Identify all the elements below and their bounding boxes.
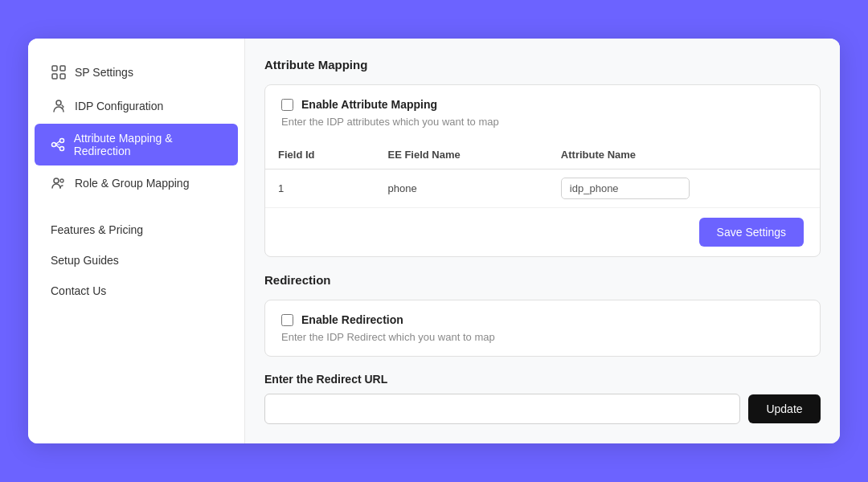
attribute-mapping-table: Field Id EE Field Name Attribute Name 1 … xyxy=(265,141,820,208)
table-cell-field-id: 1 xyxy=(265,170,375,208)
sidebar: SP Settings IDP Configuration xyxy=(28,39,245,443)
svg-point-7 xyxy=(60,147,64,151)
table-header-attribute-name: Attribute Name xyxy=(548,141,820,170)
svg-rect-1 xyxy=(60,66,65,71)
sidebar-item-attribute-mapping[interactable]: Attribute Mapping & Redirection xyxy=(35,124,238,165)
redirection-section-title: Redirection xyxy=(264,273,821,287)
attribute-mapping-card: Enable Attribute Mapping Enter the IDP a… xyxy=(264,84,821,257)
svg-rect-2 xyxy=(52,74,57,79)
table-header-field-id: Field Id xyxy=(265,141,375,170)
svg-point-4 xyxy=(56,100,61,105)
table-cell-ee-field-name: phone xyxy=(375,170,547,208)
sidebar-item-contact-us[interactable]: Contact Us xyxy=(35,276,238,305)
svg-point-6 xyxy=(60,139,64,143)
redirect-url-input[interactable] xyxy=(264,394,740,424)
enable-attribute-mapping-label: Enable Attribute Mapping xyxy=(301,98,437,111)
sidebar-item-idp-configuration-label: IDP Configuration xyxy=(75,100,163,112)
idp-icon xyxy=(51,98,67,114)
svg-point-8 xyxy=(54,178,59,183)
svg-rect-3 xyxy=(60,74,65,79)
role-icon xyxy=(51,175,67,191)
enable-redirection-label: Enable Redirection xyxy=(301,313,403,326)
svg-rect-0 xyxy=(52,66,57,71)
sidebar-item-setup-guides[interactable]: Setup Guides xyxy=(35,246,238,275)
sidebar-item-sp-settings-label: SP Settings xyxy=(75,66,133,79)
table-cell-attribute-name xyxy=(548,170,820,208)
update-button[interactable]: Update xyxy=(748,394,821,423)
svg-point-9 xyxy=(60,179,63,182)
enable-attribute-mapping-desc: Enter the IDP attributes which you want … xyxy=(281,116,804,128)
save-settings-row: Save Settings xyxy=(265,208,820,256)
enable-attribute-mapping-checkbox[interactable] xyxy=(281,99,293,111)
enable-attribute-mapping-row: Enable Attribute Mapping xyxy=(281,98,804,111)
attribute-name-input[interactable] xyxy=(561,178,690,199)
enable-redirection-checkbox[interactable] xyxy=(281,314,293,326)
table-header-ee-field-name: EE Field Name xyxy=(375,141,547,170)
table-row: 1 phone xyxy=(265,170,820,208)
enable-redirection-container: Enable Redirection Enter the IDP Redirec… xyxy=(265,300,820,356)
attr-icon xyxy=(51,137,66,153)
redirect-url-row: Update xyxy=(264,394,821,424)
sidebar-item-idp-configuration[interactable]: IDP Configuration xyxy=(35,90,238,122)
enable-redirection-desc: Enter the IDP Redirect which you want to… xyxy=(281,331,804,343)
sidebar-item-features-pricing[interactable]: Features & Pricing xyxy=(35,215,238,244)
enable-attribute-mapping-container: Enable Attribute Mapping Enter the IDP a… xyxy=(265,85,820,141)
app-container: SP Settings IDP Configuration xyxy=(28,39,840,443)
enable-redirection-row: Enable Redirection xyxy=(281,313,804,326)
sidebar-item-role-group-mapping-label: Role & Group Mapping xyxy=(75,177,189,190)
sidebar-item-sp-settings[interactable]: SP Settings xyxy=(35,56,238,88)
redirection-card: Enable Redirection Enter the IDP Redirec… xyxy=(264,300,821,357)
sidebar-item-attribute-mapping-label: Attribute Mapping & Redirection xyxy=(74,132,222,157)
attribute-mapping-section-title: Attribute Mapping xyxy=(264,58,821,71)
main-content: Attribute Mapping Enable Attribute Mappi… xyxy=(245,39,840,443)
svg-point-5 xyxy=(52,143,56,147)
redirect-url-label: Enter the Redirect URL xyxy=(264,373,821,386)
sp-icon xyxy=(51,64,67,80)
save-settings-button[interactable]: Save Settings xyxy=(699,218,804,247)
sidebar-item-role-group-mapping[interactable]: Role & Group Mapping xyxy=(35,167,238,199)
